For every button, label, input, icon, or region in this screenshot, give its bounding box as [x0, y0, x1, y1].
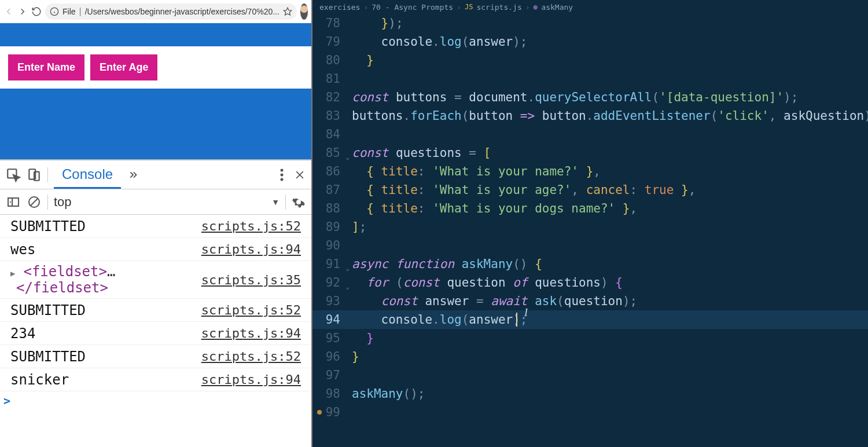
- code-content[interactable]: for (const question of questions) {: [347, 273, 868, 292]
- code-line[interactable]: 89];: [312, 218, 868, 236]
- code-line[interactable]: 85⌄const questions = [: [312, 144, 868, 162]
- log-source-link[interactable]: scripts.js:52: [201, 219, 301, 233]
- console-log-row[interactable]: SUBMITTEDscripts.js:52: [0, 299, 311, 322]
- log-source-link[interactable]: scripts.js:35: [201, 273, 301, 287]
- code-line[interactable]: 80 }: [312, 51, 868, 69]
- code-content[interactable]: [347, 69, 868, 88]
- code-content[interactable]: }: [347, 329, 868, 347]
- code-content[interactable]: async function askMany() {: [347, 255, 868, 273]
- code-content[interactable]: buttons.forEach(button => button.addEven…: [347, 107, 868, 125]
- code-content[interactable]: [347, 125, 868, 144]
- line-number[interactable]: 90: [312, 236, 347, 255]
- code-line[interactable]: 81: [312, 69, 868, 88]
- console-log-row[interactable]: snickerscripts.js:94: [0, 368, 311, 391]
- code-content[interactable]: [347, 236, 868, 255]
- line-number[interactable]: 96: [312, 347, 347, 366]
- breadcrumb[interactable]: exercises › 70 - Async Prompts › JS scri…: [312, 0, 868, 14]
- code-content[interactable]: askMany();: [347, 384, 868, 403]
- console-tab[interactable]: Console: [54, 162, 121, 189]
- context-selector[interactable]: top: [54, 195, 266, 210]
- line-number[interactable]: 91⌄: [312, 255, 347, 273]
- console-log-row[interactable]: SUBMITTEDscripts.js:52: [0, 215, 311, 238]
- clear-console-button[interactable]: [27, 195, 42, 210]
- code-line[interactable]: 88 { title: 'What is your dogs name?' },: [312, 199, 868, 218]
- console-sidebar-toggle[interactable]: [6, 195, 21, 210]
- enter-name-button[interactable]: Enter Name: [8, 54, 84, 80]
- line-number[interactable]: 80: [312, 51, 347, 69]
- console-settings-button[interactable]: [292, 195, 306, 209]
- devtools-close-button[interactable]: [294, 169, 306, 181]
- code-editor[interactable]: 78 });79 console.log(answer);80 }8182con…: [312, 14, 868, 447]
- console-log-row[interactable]: SUBMITTEDscripts.js:52: [0, 345, 311, 368]
- code-line[interactable]: 90: [312, 236, 868, 255]
- log-source-link[interactable]: scripts.js:94: [201, 372, 301, 387]
- line-number[interactable]: 92⌄: [312, 273, 347, 292]
- code-line[interactable]: 91⌄async function askMany() {: [312, 255, 868, 273]
- line-number[interactable]: 84: [312, 125, 347, 144]
- forward-button[interactable]: [17, 5, 28, 18]
- code-content[interactable]: { title: 'What is your age?', cancel: tr…: [347, 181, 868, 199]
- console-log-row[interactable]: 234scripts.js:94: [0, 322, 311, 345]
- log-source-link[interactable]: scripts.js:52: [201, 349, 301, 364]
- code-line[interactable]: 86 { title: 'What is your name?' },: [312, 162, 868, 181]
- code-content[interactable]: const answer = await ask(question);: [347, 292, 868, 310]
- code-content[interactable]: const buttons = document.querySelectorAl…: [347, 88, 868, 107]
- line-number[interactable]: 89: [312, 218, 347, 236]
- context-caret[interactable]: ▼: [271, 197, 279, 207]
- code-line[interactable]: 92⌄ for (const question of questions) {: [312, 273, 868, 292]
- line-number[interactable]: 83: [312, 107, 347, 125]
- code-line[interactable]: 98askMany();: [312, 384, 868, 403]
- log-source-link[interactable]: scripts.js:52: [201, 303, 301, 317]
- reload-button[interactable]: [31, 5, 42, 18]
- code-content[interactable]: console.log(answer);: [347, 32, 868, 51]
- console-log-row[interactable]: wesscripts.js:94: [0, 238, 311, 261]
- device-toggle-button[interactable]: [27, 167, 42, 182]
- code-line[interactable]: 94 console.log(answer);I: [312, 310, 868, 329]
- line-number[interactable]: 93: [312, 292, 347, 310]
- more-tabs-button[interactable]: [127, 168, 139, 181]
- profile-avatar[interactable]: [300, 3, 308, 20]
- code-line[interactable]: 82const buttons = document.querySelector…: [312, 88, 868, 107]
- breadcrumb-seg[interactable]: exercises: [319, 3, 360, 12]
- breadcrumb-symbol[interactable]: askMany: [541, 3, 573, 12]
- line-number[interactable]: 81: [312, 69, 347, 88]
- line-number[interactable]: 78: [312, 14, 347, 32]
- breadcrumb-seg[interactable]: 70 - Async Prompts: [372, 3, 453, 12]
- code-line[interactable]: 99: [312, 403, 868, 422]
- code-content[interactable]: const questions = [: [347, 144, 868, 162]
- line-number[interactable]: 94: [312, 310, 347, 329]
- code-line[interactable]: 97: [312, 366, 868, 384]
- code-line[interactable]: 96}: [312, 347, 868, 366]
- enter-age-button[interactable]: Enter Age: [90, 54, 157, 80]
- code-content[interactable]: console.log(answer);I: [347, 310, 868, 329]
- code-content[interactable]: [347, 366, 868, 384]
- code-line[interactable]: 84: [312, 125, 868, 144]
- line-number[interactable]: 95: [312, 329, 347, 347]
- line-number[interactable]: 98: [312, 384, 347, 403]
- code-line[interactable]: 95 }: [312, 329, 868, 347]
- code-content[interactable]: }: [347, 51, 868, 69]
- star-icon[interactable]: [283, 7, 292, 16]
- code-content[interactable]: [347, 403, 868, 422]
- code-line[interactable]: 78 });: [312, 14, 868, 32]
- line-number[interactable]: 88: [312, 199, 347, 218]
- line-number[interactable]: 82: [312, 88, 347, 107]
- code-line[interactable]: 87 { title: 'What is your age?', cancel:…: [312, 181, 868, 199]
- line-number[interactable]: 99: [312, 403, 347, 422]
- log-source-link[interactable]: scripts.js:94: [201, 326, 301, 340]
- expand-triangle-icon[interactable]: ▶: [10, 269, 15, 278]
- code-content[interactable]: ];: [347, 218, 868, 236]
- console-body[interactable]: SUBMITTEDscripts.js:52wesscripts.js:94▶<…: [0, 215, 311, 447]
- line-number[interactable]: 79: [312, 32, 347, 51]
- console-log-row[interactable]: ▶<fieldset>…</fieldset>scripts.js:35: [0, 261, 311, 299]
- url-bar[interactable]: File | /Users/wesbos/beginner-javascript…: [45, 3, 297, 20]
- inspect-button[interactable]: [6, 167, 21, 182]
- back-button[interactable]: [3, 5, 14, 18]
- line-number[interactable]: 97: [312, 366, 347, 384]
- code-content[interactable]: }: [347, 347, 868, 366]
- breadcrumb-file[interactable]: scripts.js: [476, 3, 521, 12]
- devtools-menu-button[interactable]: [280, 168, 284, 181]
- line-number[interactable]: 85⌄: [312, 144, 347, 162]
- code-line[interactable]: 93 const answer = await ask(question);: [312, 292, 868, 310]
- code-line[interactable]: 79 console.log(answer);: [312, 32, 868, 51]
